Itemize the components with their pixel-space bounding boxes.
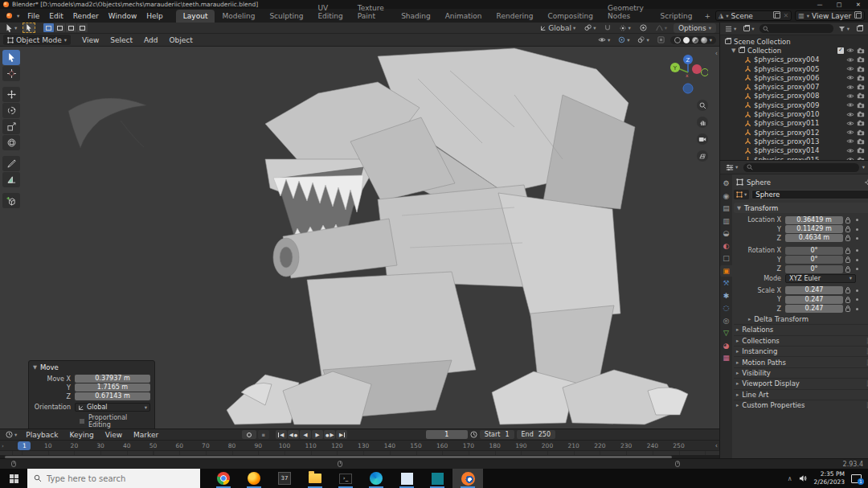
options-dropdown[interactable]: Options ▾ (674, 23, 716, 33)
timeline-menu-item[interactable]: View (100, 429, 127, 441)
menu-item[interactable]: Help (141, 10, 168, 22)
unlink-scene-icon[interactable]: ✕ (783, 12, 788, 19)
properties-tab-object-icon[interactable]: ▣ (720, 265, 732, 277)
hide-eye-icon[interactable] (846, 157, 854, 161)
timeline-editor-type-button[interactable]: ▾ (3, 430, 19, 440)
lock-icon[interactable] (843, 287, 853, 293)
hide-eye-icon[interactable] (846, 93, 854, 99)
new-collection-button[interactable] (854, 24, 866, 34)
camera-view-button[interactable] (697, 133, 708, 145)
object-name-field[interactable]: Sphere (751, 190, 868, 199)
rotate-tool-button[interactable] (2, 103, 20, 118)
workspace-tab[interactable]: UV Editing (310, 2, 350, 23)
workspace-tab[interactable]: Scripting (653, 10, 699, 23)
proportional-editing-checkbox[interactable] (79, 418, 85, 424)
active-tool-select-box[interactable] (23, 23, 35, 33)
new-view-layer-icon[interactable] (856, 13, 862, 18)
lock-icon[interactable] (843, 297, 853, 303)
select-mode-new-button[interactable] (43, 23, 54, 32)
show-overlays-dropdown[interactable]: ▾ (635, 35, 651, 45)
value-field[interactable]: 0° (785, 265, 843, 273)
disable-render-camera-icon[interactable] (857, 120, 865, 126)
rotation-mode-dropdown[interactable]: XYZ Euler ▾ (785, 274, 856, 283)
triangle-down-icon[interactable]: ▼ (731, 47, 736, 54)
current-frame-field[interactable]: 1 (426, 430, 468, 439)
scale-tool-button[interactable] (2, 119, 20, 134)
disable-render-camera-icon[interactable] (857, 92, 865, 99)
proportional-editing-button[interactable] (637, 23, 649, 33)
animate-dot[interactable] (853, 249, 861, 252)
outliner-display-mode-dropdown[interactable]: ▾ (723, 24, 739, 34)
notification-icon[interactable]: 1 (851, 474, 862, 483)
properties-tab-view-layer-icon[interactable]: ▥ (720, 215, 732, 227)
blender-menu-button[interactable]: ▾ (3, 13, 23, 19)
jump-to-end-button[interactable]: ▶ (336, 430, 347, 439)
outliner-object-row[interactable]: $physics_proxy007 (720, 82, 868, 91)
workspace-tab[interactable]: Compositing (541, 10, 600, 23)
hide-eye-icon[interactable] (846, 84, 854, 90)
disable-render-camera-icon[interactable] (857, 111, 865, 117)
outliner-object-row[interactable]: $physics_proxy012 (720, 128, 868, 137)
collection-checkbox[interactable]: ✓ (837, 47, 844, 54)
taskbar-app-button-app37[interactable]: 37 (269, 469, 300, 488)
pan-view-button[interactable] (697, 117, 708, 128)
properties-tab-data-icon[interactable]: ▽ (720, 327, 732, 338)
taskbar-app-button-blender[interactable] (452, 469, 483, 488)
zoom-view-button[interactable] (697, 100, 708, 111)
outliner-object-row[interactable]: $physics_proxy005 (720, 64, 868, 73)
viewport-menu-item[interactable]: Add (139, 35, 162, 46)
outliner-object-row[interactable]: $physics_proxy014 (720, 146, 868, 155)
wireframe-shading-button[interactable] (674, 37, 681, 43)
view-layer-selector[interactable]: ▥ ▾ View Layer (795, 10, 865, 21)
timeline-menu-item[interactable]: Keying (64, 429, 98, 441)
taskbar-app-button-photos[interactable] (391, 469, 422, 488)
lock-icon[interactable] (843, 226, 853, 232)
outliner-search-input[interactable] (760, 24, 833, 33)
falloff-dropdown[interactable]: ▾ (653, 23, 669, 33)
taskbar-search[interactable] (27, 469, 200, 488)
value-field[interactable]: 0.247 (785, 286, 843, 294)
timeline-menu-item[interactable]: Playback (21, 429, 63, 441)
value-field[interactable]: 0.247 (785, 296, 843, 304)
mode-dropdown[interactable]: Object Mode ▾ (3, 35, 71, 45)
navigation-gizmo[interactable]: Z Y x (668, 50, 708, 95)
outliner-object-row[interactable]: $physics_proxy013 (720, 137, 868, 146)
disable-render-camera-icon[interactable] (857, 47, 865, 54)
taskbar-app-button-movies[interactable] (422, 469, 452, 488)
show-gizmo-dropdown[interactable]: ▾ (616, 35, 632, 45)
minimize-button[interactable]: — (810, 0, 829, 9)
workspace-tab[interactable]: Geometry Nodes (600, 2, 653, 23)
lock-icon[interactable] (843, 266, 853, 273)
taskbar-app-button-firefox[interactable] (239, 469, 269, 488)
cursor-tool-button[interactable] (2, 66, 20, 81)
hide-eye-icon[interactable] (846, 112, 854, 117)
taskbar-app-button-edge[interactable] (361, 469, 391, 488)
collapsed-panel[interactable]: ▸ Line Art ⣿ (734, 389, 868, 400)
select-box-tool-button[interactable] (2, 50, 20, 65)
lock-icon[interactable] (843, 235, 853, 241)
disable-render-camera-icon[interactable] (857, 75, 865, 81)
lock-icon[interactable] (843, 248, 853, 254)
workspace-tab[interactable]: Layout (176, 10, 215, 23)
search-input[interactable] (47, 474, 183, 483)
annotate-tool-button[interactable] (2, 156, 20, 171)
outliner-object-row[interactable]: $physics_proxy015 (720, 155, 868, 161)
menu-item[interactable]: File (23, 10, 44, 22)
frame-end-field[interactable]: End 250 (517, 430, 555, 439)
hide-eye-icon[interactable] (846, 138, 854, 144)
jump-to-start-button[interactable]: ◀ (276, 430, 287, 439)
outliner-object-row[interactable]: $physics_proxy009 (720, 100, 868, 109)
disable-render-camera-icon[interactable] (857, 66, 865, 72)
properties-tab-tool-icon[interactable]: ⚙ (720, 178, 732, 189)
tray-expand-icon[interactable]: ∧ (788, 475, 792, 482)
hide-eye-icon[interactable] (846, 47, 854, 53)
taskbar-clock[interactable]: 2:35 PM 2/26/2023 (814, 470, 845, 486)
outliner-filter-collection-dropdown[interactable]: ▾ (741, 24, 756, 34)
value-field[interactable]: 0.37937 m (75, 375, 150, 383)
ortho-toggle-button[interactable] (697, 150, 708, 162)
value-field[interactable]: 0° (785, 247, 843, 255)
xray-toggle-button[interactable] (655, 35, 667, 45)
add-cube-tool-button[interactable] (2, 193, 20, 208)
orientation-dropdown[interactable]: Global ▾ (75, 403, 150, 412)
play-reverse-button[interactable]: ◀ (300, 430, 311, 439)
